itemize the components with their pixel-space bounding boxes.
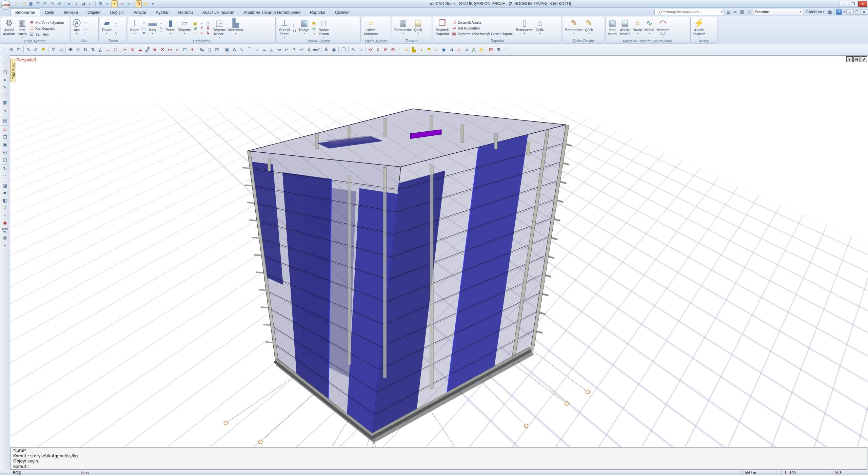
array-icon[interactable]: ∷ bbox=[112, 46, 119, 53]
paste-box-icon[interactable]: ◳ bbox=[1, 156, 9, 164]
radye-kenari-button[interactable]: ⊓Radye Kenarı▾ bbox=[317, 18, 330, 39]
kiris-button[interactable]: ▬Kiriş▾ bbox=[147, 18, 158, 39]
measure-pick-icon[interactable]: ✎ bbox=[25, 46, 32, 53]
measure-curve-icon[interactable]: ↝ bbox=[275, 46, 283, 53]
mdi-restore-button[interactable]: ❐ bbox=[853, 9, 860, 15]
aks-button[interactable]: ⒶAks▾ bbox=[72, 18, 82, 38]
radye-kolon-icon[interactable]: ▣ bbox=[311, 21, 317, 25]
kiris-spline-icon[interactable]: ∿ bbox=[158, 26, 164, 31]
deprem-yonetmeligi-item[interactable]: ▤Deprem Yönetmeliği Genel Raporu bbox=[452, 32, 513, 36]
find-binoculars-icon[interactable]: ◎ bbox=[1, 234, 9, 242]
undo-window-icon[interactable]: ↺ bbox=[56, 1, 62, 7]
zoom-window-icon[interactable]: ⊡ bbox=[15, 46, 22, 53]
kiris-arc-icon[interactable]: ⌒ bbox=[158, 31, 164, 36]
status-unit[interactable]: kN / m bbox=[743, 470, 782, 475]
node-snap-icon[interactable]: ⌖ bbox=[112, 0, 118, 7]
secmeli-raporlar-button[interactable]: ❐Seçmeli Raporlar bbox=[434, 18, 450, 38]
modal-button[interactable]: ∿Modal▾ bbox=[644, 18, 655, 39]
chevron-down-icon[interactable]: ▾ bbox=[843, 10, 845, 14]
model-list-icon[interactable]: ≣ bbox=[725, 10, 731, 15]
path-lock-icon[interactable]: ⌖ bbox=[104, 1, 111, 7]
tekil-temel-icon[interactable]: ∟ bbox=[292, 24, 297, 28]
status-tolerance[interactable]: % 3 bbox=[832, 470, 868, 475]
stretch-icon[interactable]: ↔ bbox=[104, 46, 112, 53]
eyedropper-icon[interactable]: ✐ bbox=[32, 46, 40, 53]
iskele-makrosu-button[interactable]: ⌗İskele Makrosu▾ bbox=[363, 18, 379, 39]
aks-arc-up-icon[interactable]: ◠ bbox=[82, 21, 88, 25]
search-caret-icon[interactable]: ▾ bbox=[721, 10, 723, 14]
drag-grip[interactable]: ⋮ bbox=[157, 2, 160, 6]
point-pattern-icon[interactable]: ∷ bbox=[1, 173, 9, 180]
tab-birle-im[interactable]: Birleşim bbox=[59, 9, 83, 16]
dinamik-analiz-item[interactable]: ⇉Dinamik Analiz bbox=[452, 20, 513, 25]
mirror-icon[interactable]: ◭ bbox=[97, 46, 104, 53]
view-nav-y[interactable]: Y bbox=[846, 56, 853, 62]
table-grid-icon[interactable]: ⊞ bbox=[495, 46, 502, 53]
level-align-icon[interactable]: ≜ bbox=[322, 46, 330, 53]
doseme-ok-icon[interactable]: ↳ bbox=[205, 31, 211, 35]
tab-analiz-ve-tasar-m-g-r-nt-leme[interactable]: Analiz ve Tasarım Görüntüleme bbox=[239, 9, 305, 16]
qat-caret-icon[interactable]: ▾ bbox=[150, 1, 156, 7]
corner-edit-icon[interactable]: ⌐ bbox=[174, 46, 181, 53]
status-mode[interactable]: BOŞ bbox=[10, 470, 78, 475]
circle-icon[interactable]: ○ bbox=[253, 46, 260, 53]
kati-model-button[interactable]: ▦Katı Model bbox=[607, 18, 618, 39]
doseme-kanopi-icon[interactable]: ∏ bbox=[205, 21, 211, 26]
drag-grip[interactable]: ⋮ bbox=[398, 47, 402, 52]
kolon-daire-icon[interactable]: ○ bbox=[141, 21, 147, 25]
select-copy-icon[interactable]: ❐ bbox=[1, 69, 9, 76]
checkbox-checked-icon[interactable]: ☑ bbox=[29, 32, 34, 37]
drawing-list-icon[interactable]: ≋ bbox=[732, 10, 738, 15]
rotate-icon[interactable]: ↻ bbox=[82, 46, 89, 53]
tab-betonarme[interactable]: Betonarme bbox=[10, 8, 40, 16]
display-settings-icon[interactable]: ▦ bbox=[827, 10, 833, 15]
protractor-icon[interactable]: ◖ bbox=[418, 46, 425, 53]
orient-flip-icon[interactable]: ◁ bbox=[57, 46, 64, 53]
paste-icon[interactable]: ▣ bbox=[1, 141, 9, 149]
box-edit-icon[interactable]: ⊡ bbox=[181, 46, 189, 53]
duvar-goruntule-button[interactable]: ⌗Duvar▾ bbox=[632, 18, 643, 39]
save-icon[interactable]: ▣ bbox=[28, 1, 34, 7]
gorunum-menu[interactable]: Görünüm ▾ bbox=[805, 10, 825, 14]
cloud-icon[interactable]: ☁ bbox=[260, 46, 268, 53]
grid-select-icon[interactable]: ▦ bbox=[1, 99, 9, 106]
ucs-icon[interactable]: ⇱ bbox=[350, 46, 357, 53]
query-measure-icon[interactable]: ? bbox=[1, 108, 9, 115]
merdiven-button[interactable]: ▙Merdiven▾ bbox=[227, 18, 244, 39]
node-edit-icon[interactable]: ⊶ bbox=[166, 46, 174, 53]
new-drawing-window-icon[interactable]: ❐ bbox=[340, 46, 347, 53]
view-nav-v[interactable]: V bbox=[861, 56, 867, 62]
kiris-corner-icon[interactable]: ⌐ bbox=[158, 21, 164, 25]
radye-l-plak-icon[interactable]: ⌐ bbox=[311, 31, 317, 36]
kolon-poligon-icon[interactable]: ▢ bbox=[141, 26, 147, 31]
zoom-in-icon[interactable]: ⊕ bbox=[7, 46, 15, 53]
parallel-snap-icon[interactable]: ⇉ bbox=[80, 1, 86, 7]
doseme-cizgi-icon[interactable]: ≠ bbox=[199, 21, 204, 26]
trim-icon[interactable]: ✂ bbox=[121, 46, 129, 53]
duvar-arc-icon[interactable]: ⌒ bbox=[113, 26, 119, 31]
visibility-eye-icon[interactable]: ◉ bbox=[330, 46, 337, 53]
doseme-kolon-icon[interactable]: ▣ bbox=[192, 21, 198, 26]
lightning-small-icon[interactable]: ⚡ bbox=[477, 46, 485, 53]
angle-query-icon[interactable]: ∡ bbox=[305, 46, 313, 53]
polyline-icon[interactable]: ∿ bbox=[238, 46, 245, 53]
area-mm2-icon[interactable]: mm² bbox=[313, 46, 320, 53]
doseme-l-plak-icon[interactable]: ⌐ bbox=[192, 31, 198, 35]
aks-line-icon[interactable]: ∕ bbox=[82, 31, 88, 36]
kat-kopyala-item[interactable]: ❐Kat Kopyala bbox=[29, 26, 64, 31]
kat-kuvvetleri-item[interactable]: ⇥Kat Kuvvetleri bbox=[452, 26, 513, 31]
drag-grip[interactable]: ⋮ bbox=[3, 56, 7, 60]
close-view-icon[interactable]: ☒ bbox=[739, 10, 745, 15]
corner-angle-icon[interactable]: ⌐ bbox=[433, 46, 440, 53]
maximize-button[interactable]: ❐ bbox=[849, 1, 858, 7]
tab-analiz-ve-tasar-m[interactable]: Analiz ve Tasarım bbox=[198, 9, 239, 16]
chart-query-icon[interactable]: ⊿ bbox=[462, 46, 470, 53]
image-icon[interactable]: ▣ bbox=[223, 46, 231, 53]
tab-objeler[interactable]: Objeler bbox=[83, 9, 105, 16]
surekli-temel-button[interactable]: ⊥Sürekli Temel▾ bbox=[278, 18, 291, 39]
doseme-kesit-icon[interactable]: ≡ bbox=[199, 31, 204, 35]
tasarim-celik-button[interactable]: ▤Çelik▾ bbox=[413, 18, 423, 38]
coord-xy-icon[interactable]: XY bbox=[367, 46, 374, 53]
tab--izimler[interactable]: Çizimler bbox=[330, 9, 354, 16]
coord-origin-icon[interactable]: ⊕ bbox=[389, 46, 397, 53]
